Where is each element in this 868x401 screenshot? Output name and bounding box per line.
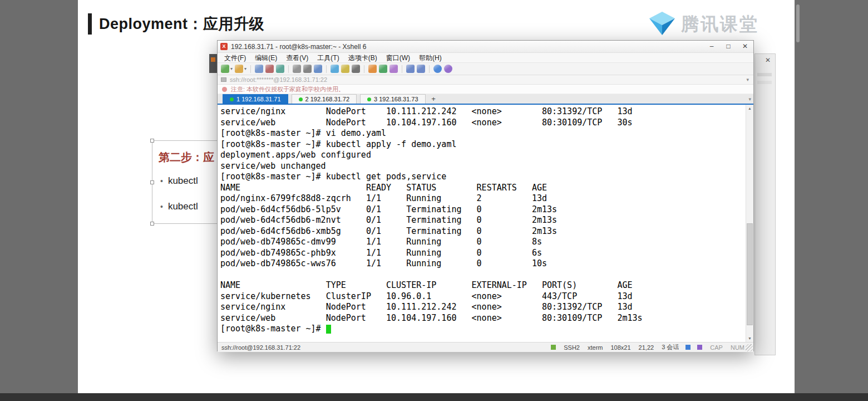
slide-bullet-1: •kubectl — [160, 175, 198, 187]
session-properties-icon[interactable] — [303, 65, 312, 73]
background-window-fragment-right: ✕ — [754, 53, 776, 355]
status-protocol: SSH2 — [564, 344, 580, 351]
terminal-output: service/nginx NodePort 10.111.212.242 <n… — [218, 105, 753, 324]
connected-dot-icon — [367, 97, 371, 101]
status-connection: ssh://root@192.168.31.71:22 — [221, 344, 544, 351]
xshell-app-icon: X — [220, 43, 228, 50]
page-title: Deployment：应用升级 — [99, 14, 264, 34]
help-icon[interactable] — [433, 65, 442, 73]
status-num-lock: NUM — [731, 344, 744, 351]
slide-step-heading: 第二步：应 — [159, 150, 214, 165]
terminal-prompt-line: [root@k8s-master ~]# — [218, 324, 753, 335]
tab-label: 3 192.168.31.73 — [374, 96, 418, 102]
menu-view[interactable]: 查看(V) — [282, 53, 313, 63]
letterbox-bottom — [0, 393, 868, 401]
terminal-area[interactable]: service/nginx NodePort 10.111.212.242 <n… — [218, 105, 753, 342]
new-session-icon[interactable] — [221, 65, 229, 73]
new-tab-button[interactable]: + — [429, 94, 438, 104]
duplicate-session-icon[interactable] — [293, 65, 301, 73]
terminal-cursor — [326, 325, 331, 334]
tile-horizontal-icon[interactable] — [406, 65, 415, 73]
address-value[interactable]: ssh://root:*******@192.168.31.71:22 — [230, 76, 744, 83]
marker-icon[interactable] — [697, 345, 702, 350]
tile-vertical-icon[interactable] — [417, 65, 425, 73]
reconnect-icon[interactable] — [276, 65, 284, 73]
address-dropdown-icon[interactable]: ▾ — [744, 77, 751, 82]
window-title: 192.168.31.71 - root@k8s-master:~ - Xshe… — [231, 43, 703, 51]
notice-icon — [222, 87, 227, 92]
page-scrollbar-thumb[interactable] — [796, 4, 800, 42]
screen: Deployment：应用升级 腾讯课堂 第二步：应 •kubectl •kub… — [0, 0, 868, 401]
selection-handle[interactable] — [150, 139, 154, 143]
disconnect-icon[interactable] — [265, 65, 274, 73]
status-terminal-type: xterm — [588, 344, 603, 351]
menu-window[interactable]: 窗口(W) — [382, 53, 415, 63]
about-icon[interactable] — [444, 65, 452, 73]
title-accent-bar — [88, 13, 92, 35]
close-icon[interactable]: ✕ — [765, 56, 771, 64]
status-bar: ssh://root@192.168.31.71:22 SSH2 xterm 1… — [218, 342, 753, 352]
notice-text: 注意: 本软件仅授权于家庭和学校内使用。 — [231, 85, 344, 94]
connected-dot-icon — [230, 97, 234, 101]
resize-grip[interactable] — [746, 344, 753, 351]
scroll-down-icon[interactable]: ▼ — [746, 335, 753, 342]
terminal-scrollbar[interactable]: ▲ ▼ — [746, 105, 753, 342]
window-title-bar[interactable]: X 192.168.31.71 - root@k8s-master:~ - Xs… — [218, 41, 753, 53]
font-icon[interactable] — [352, 65, 360, 73]
xshell-window: X 192.168.31.71 - root@k8s-master:~ - Xs… — [217, 40, 754, 351]
lock-screen-icon[interactable] — [368, 65, 377, 73]
menu-tools[interactable]: 工具(T) — [313, 53, 343, 63]
status-terminal-size: 108x21 — [611, 344, 631, 351]
status-caps-lock: CAP — [710, 344, 723, 351]
status-session-count: 3 会话 — [662, 343, 679, 351]
close-button[interactable]: ✕ — [737, 41, 753, 52]
highlight-set-icon[interactable] — [341, 65, 349, 73]
scrollbar-thumb[interactable] — [747, 223, 753, 325]
open-folder-icon[interactable] — [235, 65, 243, 73]
tab-label: 1 192.168.31.71 — [236, 96, 281, 102]
zoom-icon[interactable] — [685, 345, 691, 350]
terminal-protocol-icon — [221, 77, 226, 82]
maximize-button[interactable]: □ — [720, 41, 737, 52]
connected-dot-icon — [299, 97, 303, 101]
toolbar: ▾ ▾ — [218, 63, 753, 75]
tencent-classroom-logo-icon — [649, 11, 675, 38]
brand: 腾讯课堂 — [649, 11, 759, 38]
menu-file[interactable]: 文件(F) — [220, 53, 250, 63]
connection-status-icon — [551, 345, 556, 350]
bullet-icon: • — [160, 202, 163, 211]
slide-bullet-2: •kubectl — [160, 201, 198, 212]
bullet-icon: • — [160, 177, 163, 185]
menu-help[interactable]: 帮助(H) — [415, 53, 446, 63]
address-bar[interactable]: ssh://root:*******@192.168.31.71:22 ▾ — [218, 75, 753, 85]
scroll-up-icon[interactable]: ▲ — [746, 105, 753, 112]
shell-prompt: [root@k8s-master ~]# — [220, 324, 326, 335]
letterbox-left — [0, 0, 78, 401]
tab-session-3[interactable]: 3 192.168.31.73 — [360, 94, 426, 104]
compose-bar-icon[interactable] — [331, 65, 339, 73]
menu-tabs[interactable]: 选项卡(B) — [344, 53, 382, 63]
tab-session-1[interactable]: 1 192.168.31.71 — [223, 94, 288, 104]
letterbox-right — [795, 0, 868, 401]
zmodem-upload-icon[interactable] — [389, 65, 398, 73]
file-transfer-icon[interactable] — [379, 65, 387, 73]
menu-bar: 文件(F) 编辑(E) 查看(V) 工具(T) 选项卡(B) 窗口(W) 帮助(… — [218, 53, 753, 63]
background-window-fragment-left — [209, 54, 217, 73]
tab-session-2[interactable]: 2 192.168.31.72 — [292, 94, 357, 104]
background-icon — [211, 57, 215, 62]
page-header: Deployment：应用升级 — [88, 13, 264, 35]
session-manager-icon[interactable] — [255, 65, 263, 73]
tab-list-dropdown-icon[interactable]: ▾ — [746, 96, 753, 102]
brand-name: 腾讯课堂 — [681, 12, 759, 37]
selection-handle[interactable] — [150, 222, 154, 226]
find-icon[interactable] — [314, 65, 322, 73]
tab-label: 2 192.168.31.72 — [305, 96, 350, 102]
minimize-button[interactable]: – — [703, 41, 720, 52]
dropdown-caret-icon[interactable]: ▾ — [230, 66, 233, 71]
tab-bar: 1 192.168.31.71 2 192.168.31.72 3 192.16… — [218, 94, 753, 105]
notice-bar: 注意: 本软件仅授权于家庭和学校内使用。 — [218, 85, 753, 94]
menu-edit[interactable]: 编辑(E) — [250, 53, 282, 63]
selection-handle[interactable] — [150, 180, 154, 184]
status-cursor-position: 21,22 — [639, 344, 654, 351]
dropdown-caret-icon[interactable]: ▾ — [244, 66, 246, 71]
